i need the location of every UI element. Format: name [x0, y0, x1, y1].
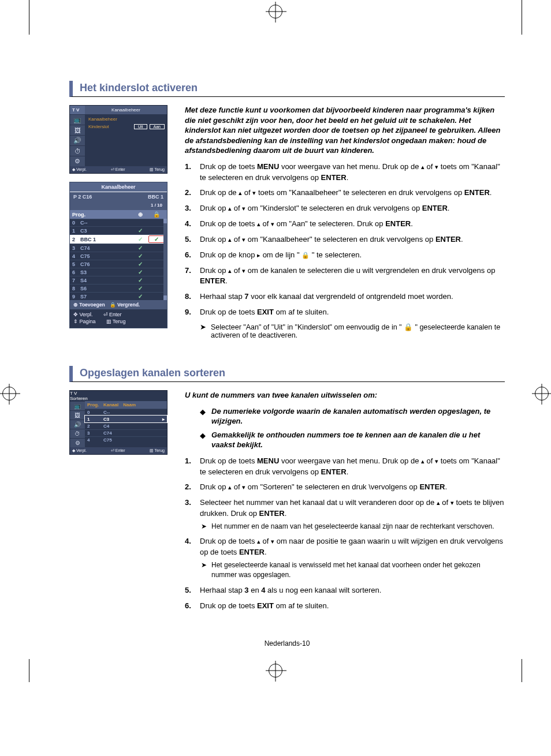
cm-foot-hint: ⏎ Enter: [103, 312, 122, 317]
table-row: 0C--: [85, 409, 167, 416]
step-item: 2. Druk op de of toets om "Kanaalbeheer"…: [185, 188, 505, 199]
note-arrow-icon: ➤: [201, 560, 207, 581]
note: ➤ Selecteer "Aan" of "Uit" in "Kinderslo…: [200, 323, 505, 339]
step-text: toets om "Kanaalbeheer" te selecteren en…: [256, 188, 464, 197]
step-item: 8. Herhaal stap 7 voor elk kanaal dat ve…: [185, 291, 505, 302]
step-text: Druk op: [200, 235, 228, 244]
key-label: EXIT: [257, 308, 274, 316]
steps-list: 1. Druk op de toets MENU voor weergave v…: [185, 162, 505, 318]
step-text: Selecteer het nummer van het kanaal dat …: [200, 498, 437, 507]
cm-foot-hint: ⇕ Pagina: [73, 319, 96, 324]
step-text: of: [260, 537, 271, 545]
step-text: Druk op de toets: [200, 537, 257, 545]
step-item: 4. Druk op de toets of om naar de positi…: [185, 536, 505, 580]
section-intro: Met deze functie kunt u voorkomen dat bi…: [185, 105, 505, 156]
page-number: Nederlands-10: [69, 639, 505, 648]
cm-sub-right: BBC 1: [148, 194, 163, 200]
menu-icon: ⏱: [70, 145, 85, 156]
section-kinderslot: Het kinderslot activeren T V Kanaalbehee…: [69, 81, 505, 343]
table-row: 8S6✓: [70, 284, 167, 292]
sub-note-text: Het nummer en de naam van het geselectee…: [211, 522, 494, 532]
step-text: voor elk kanaal dat vergrendeld of ontgr…: [249, 292, 453, 301]
step-text: om "Sorteren" te selecteren en druk \ver…: [245, 482, 419, 491]
step-text: .: [225, 276, 228, 285]
cm-sub-left: P 2 C16: [73, 194, 92, 200]
key-label: ENTER: [321, 173, 347, 182]
step-text: Druk op de toets: [200, 219, 257, 228]
step-text: om "Kanaalbeheer" te selecteren en druk …: [245, 235, 435, 244]
step-text: " te selecteren.: [310, 250, 362, 259]
sort-footer-hint: ▥ Terug: [150, 448, 165, 453]
step-item: 9. Druk op de toets EXIT om af te sluite…: [185, 307, 505, 318]
step-item: 3. Selecteer het nummer van het kanaal d…: [185, 497, 505, 532]
key-label: MENU: [257, 162, 279, 171]
bullet-item: De numerieke volgorde waarin de kanalen …: [200, 406, 505, 426]
sort-head: Kanaal: [103, 402, 118, 407]
tv-menu-value: Aan: [150, 124, 165, 129]
step-text: of: [425, 456, 435, 465]
step-item: 1. Druk op de toets MENU voor weergave v…: [185, 162, 505, 184]
sort-menu-title: Sorteren: [70, 396, 167, 401]
step-ref: 7: [244, 292, 248, 301]
note-text: Selecteer "Aan" of "Uit" in "Kinderslot"…: [211, 323, 505, 339]
key-label: ENTER: [200, 276, 225, 285]
tv-menu-title: Kanaalbeheer: [85, 106, 167, 114]
key-label: ENTER: [239, 548, 265, 556]
note-arrow-icon: ➤: [201, 522, 207, 532]
key-label: EXIT: [257, 601, 274, 610]
cm-action-add: ⊕ Toevoegen: [73, 302, 105, 308]
steps-list: 1. Druk op de toets MENU voor weergave v…: [185, 456, 505, 612]
step-text: om de kanalen te selecteren die u wilt v…: [245, 266, 495, 275]
step-text: voor weergave van het menu. Druk op de: [279, 162, 421, 171]
plus-icon: ⊕: [132, 211, 148, 218]
table-row: 3C74: [85, 429, 167, 436]
tv-label: T V: [70, 391, 167, 396]
tv-label: T V: [70, 106, 85, 114]
tv-footer-hint: ▥ Terug: [150, 167, 165, 172]
step-text: als u nog een kanaal wilt sorteren.: [265, 586, 381, 594]
step-text: Druk op de toets: [200, 162, 257, 171]
step-text: .: [411, 219, 413, 228]
scrollbar: [163, 219, 167, 300]
menu-icon: ⚙: [70, 156, 85, 166]
step-text: of: [232, 482, 242, 491]
key-label: ENTER: [422, 204, 448, 212]
table-row: 7S4✓: [70, 276, 167, 284]
step-text: of: [260, 219, 271, 228]
note-arrow-icon: ➤: [200, 323, 206, 339]
tv-footer-hint: ◆ Verpl.: [72, 167, 87, 172]
lock-icon: 🔒: [148, 211, 165, 218]
key-label: ENTER: [419, 482, 445, 491]
step-item: 5. Druk op of om "Kanaalbeheer" te selec…: [185, 234, 505, 245]
table-row: 4C75✓: [70, 252, 167, 260]
step-item: 4. Druk op de toets of om "Aan" te selec…: [185, 219, 505, 230]
table-row: 2C4: [85, 422, 167, 429]
step-text: Druk op: [200, 482, 228, 491]
cm-foot-hint: ✥ Verpl.: [73, 312, 93, 317]
key-label: MENU: [257, 456, 279, 465]
step-item: 6. Druk op de toets EXIT om af te sluite…: [185, 601, 505, 612]
step-text: .: [490, 188, 492, 197]
table-row: 0C--: [70, 219, 167, 226]
key-label: ENTER: [464, 188, 490, 197]
table-row: 4C75: [85, 436, 167, 443]
step-item: 5. Herhaal stap 3 en 4 als u nog een kan…: [185, 585, 505, 596]
step-text: .: [445, 482, 447, 491]
menu-icon: 🔊: [70, 420, 85, 429]
section-sorteren: Opgeslagen kanalen sorteren T V Sorteren…: [69, 366, 505, 616]
cm-title: Kanaalbeheer: [70, 182, 167, 192]
sort-footer-hint: ◆ Verpl.: [72, 448, 87, 453]
step-text: Druk op de: [200, 188, 239, 197]
sort-head: Prog.: [87, 402, 103, 407]
step-text: Druk op de toets: [200, 601, 257, 610]
key-label: ENTER: [435, 235, 461, 244]
sort-head: Naam: [123, 402, 136, 407]
step-text: of: [440, 498, 451, 507]
menu-icon: 🖼: [70, 125, 85, 135]
step-text: Druk op de knop: [200, 250, 257, 259]
step-text: voor weergave van het menu. Druk op de: [279, 456, 421, 465]
key-label: ENTER: [259, 509, 285, 518]
step-text: om af te sluiten.: [274, 308, 329, 316]
step-item: 6. Druk op de knop om de lijn " " te sel…: [185, 250, 505, 261]
key-label: ENTER: [321, 467, 347, 476]
